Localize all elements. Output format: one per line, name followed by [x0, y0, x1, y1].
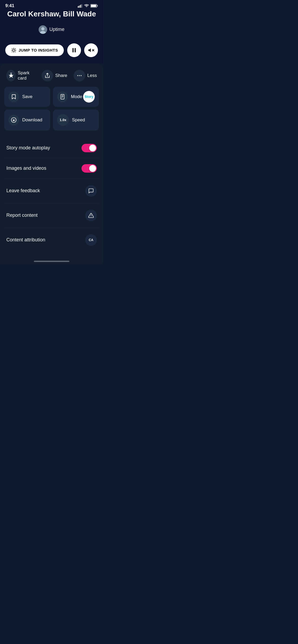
- uptime-row: Uptime: [0, 23, 103, 39]
- svg-rect-28: [61, 94, 64, 99]
- svg-point-27: [81, 75, 82, 76]
- mode-icon-circle: [57, 91, 68, 102]
- home-indicator: [0, 257, 103, 264]
- mode-story-label: Story: [84, 95, 93, 99]
- speed-badge: 1.0x: [57, 114, 69, 126]
- svg-rect-6: [97, 5, 98, 7]
- bookmark-icon: [11, 94, 17, 100]
- chat-icon: [88, 188, 94, 194]
- jump-to-insights-button[interactable]: JUMP TO INSIGHTS: [5, 44, 64, 56]
- story-mode-autoplay-toggle[interactable]: [82, 144, 97, 152]
- download-icon-circle: [8, 115, 19, 125]
- lightbulb-icon: [11, 48, 16, 53]
- grid-buttons: Save Mode Story: [4, 87, 99, 131]
- star-icon: [8, 73, 14, 79]
- wifi-icon: [84, 4, 89, 8]
- leave-feedback-icon: [85, 185, 97, 197]
- svg-rect-0: [78, 6, 79, 8]
- speed-label: Speed: [72, 117, 85, 123]
- svg-marker-21: [88, 48, 91, 52]
- mode-label: Mode: [71, 94, 82, 99]
- mute-icon: [88, 47, 94, 53]
- images-videos-row: Images and videos: [4, 158, 99, 179]
- images-videos-knob: [89, 165, 96, 172]
- pause-icon: [71, 47, 77, 53]
- svg-rect-3: [82, 4, 82, 8]
- less-action[interactable]: Less: [74, 70, 97, 81]
- images-videos-label: Images and videos: [6, 165, 46, 171]
- svg-point-10: [13, 49, 15, 51]
- menu-section: Spark card Share Less: [0, 63, 103, 257]
- svg-line-17: [12, 52, 12, 52]
- spark-card-icon-circle: [6, 70, 16, 81]
- svg-point-25: [77, 75, 78, 76]
- content-attribution-icon: CA: [85, 234, 97, 246]
- spark-card-label: Spark card: [18, 70, 35, 81]
- save-icon-circle: [8, 91, 19, 102]
- svg-rect-20: [75, 48, 76, 52]
- mode-badge: Story: [83, 91, 95, 103]
- mode-circle-overlay: Story: [83, 91, 95, 103]
- speed-button[interactable]: 1.0x Speed: [53, 109, 99, 131]
- ca-label: CA: [89, 238, 93, 242]
- ctrl-buttons: [67, 43, 98, 57]
- share-action[interactable]: Share: [42, 70, 67, 81]
- spark-card-action[interactable]: Spark card: [6, 70, 35, 81]
- svg-line-13: [12, 48, 12, 49]
- mute-button[interactable]: [84, 43, 98, 57]
- battery-icon: [91, 4, 98, 8]
- action-row: Spark card Share Less: [4, 69, 99, 87]
- home-bar: [34, 261, 69, 262]
- title-area: Carol Kershaw, Bill Wade: [0, 10, 103, 23]
- story-mode-autoplay-row: Story mode autoplay: [4, 138, 99, 158]
- report-content-label: Report content: [6, 213, 38, 218]
- leave-feedback-label: Leave feedback: [6, 188, 40, 194]
- share-icon-circle: [42, 70, 53, 81]
- story-mode-autoplay-knob: [89, 145, 96, 151]
- svg-point-8: [41, 27, 44, 30]
- status-icons: [78, 4, 98, 8]
- uptime-avatar: [39, 25, 47, 34]
- svg-rect-1: [79, 6, 80, 8]
- uptime-label: Uptime: [49, 27, 64, 32]
- save-button[interactable]: Save: [4, 87, 50, 107]
- download-icon: [11, 117, 17, 123]
- content-attribution-label: Content attribution: [6, 237, 45, 243]
- svg-rect-5: [91, 5, 96, 7]
- download-label: Download: [22, 117, 42, 123]
- signal-icon: [78, 4, 83, 8]
- download-button[interactable]: Download: [4, 109, 50, 131]
- leave-feedback-row[interactable]: Leave feedback: [4, 179, 99, 203]
- warning-icon: [88, 213, 94, 218]
- jump-to-insights-label: JUMP TO INSIGHTS: [19, 48, 58, 52]
- share-icon: [44, 73, 50, 79]
- save-label: Save: [22, 94, 33, 99]
- svg-rect-2: [80, 5, 81, 8]
- svg-point-26: [79, 75, 80, 76]
- status-bar: 9:41: [0, 0, 103, 10]
- less-icon-circle: [74, 70, 85, 81]
- ellipsis-icon: [76, 73, 82, 79]
- report-content-icon: [85, 210, 97, 221]
- document-icon: [60, 94, 65, 100]
- speed-value: 1.0x: [60, 118, 66, 122]
- controls-row: JUMP TO INSIGHTS: [0, 39, 103, 63]
- svg-rect-19: [73, 48, 74, 52]
- podcast-title: Carol Kershaw, Bill Wade: [5, 10, 98, 19]
- svg-line-14: [15, 52, 15, 52]
- pause-button[interactable]: [67, 43, 81, 57]
- mode-button[interactable]: Mode Story: [53, 87, 99, 107]
- content-attribution-row[interactable]: Content attribution CA: [4, 228, 99, 252]
- status-time: 9:41: [5, 3, 14, 8]
- less-label: Less: [87, 73, 97, 78]
- share-label: Share: [55, 73, 67, 78]
- svg-line-18: [15, 48, 15, 49]
- story-mode-autoplay-label: Story mode autoplay: [6, 145, 50, 151]
- images-videos-toggle[interactable]: [82, 164, 97, 173]
- report-content-row[interactable]: Report content: [4, 203, 99, 228]
